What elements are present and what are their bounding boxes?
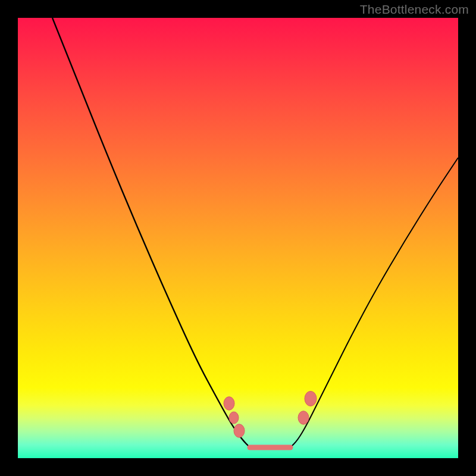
chart-frame: TheBottleneck.com bbox=[0, 0, 476, 476]
plot-area bbox=[18, 18, 458, 458]
left-curve bbox=[52, 18, 250, 447]
marker-right-upper bbox=[305, 392, 317, 406]
right-curve bbox=[290, 158, 458, 447]
marker-left-lower bbox=[234, 424, 245, 438]
marker-left-mid bbox=[229, 412, 239, 424]
marker-left-upper bbox=[224, 397, 234, 411]
watermark-text: TheBottleneck.com bbox=[360, 2, 469, 17]
marker-group bbox=[224, 392, 317, 438]
marker-right-lower bbox=[298, 411, 309, 425]
chart-svg bbox=[18, 18, 458, 458]
